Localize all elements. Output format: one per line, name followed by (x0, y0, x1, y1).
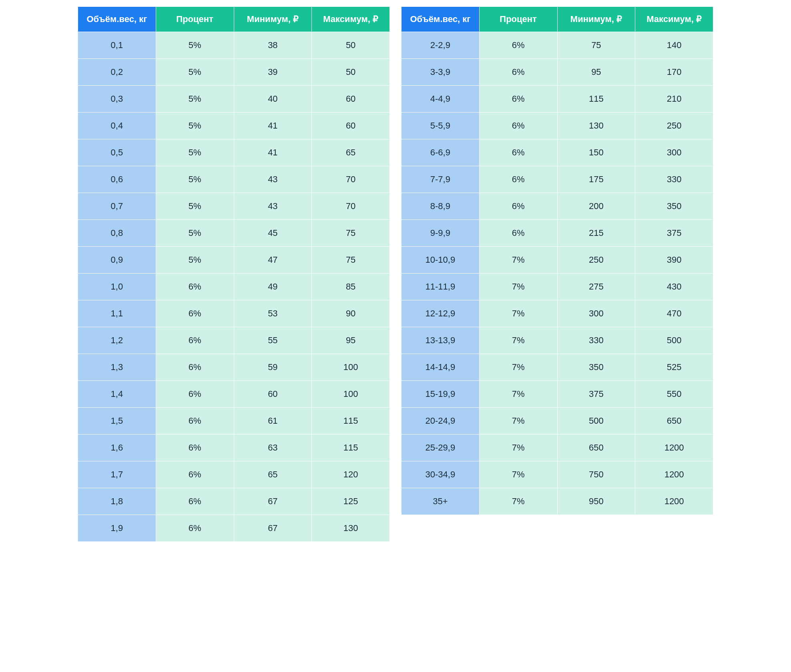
cell-min: 150 (557, 139, 635, 166)
cell-percent: 6% (156, 408, 234, 435)
table-row: 6-6,96%150300 (402, 139, 713, 166)
cell-weight: 9-9,9 (402, 220, 480, 247)
cell-max: 300 (635, 139, 713, 166)
table-row: 10-10,97%250390 (402, 247, 713, 274)
cell-weight: 20-24,9 (402, 408, 480, 435)
cell-weight: 0,8 (78, 220, 156, 247)
cell-max: 70 (312, 193, 390, 220)
cell-percent: 7% (479, 327, 557, 354)
cell-weight: 5-5,9 (402, 113, 480, 139)
cell-min: 40 (234, 86, 312, 113)
cell-weight: 1,6 (78, 435, 156, 461)
cell-max: 75 (312, 247, 390, 274)
cell-max: 70 (312, 166, 390, 193)
table-row: 0,65%4370 (78, 166, 390, 193)
cell-max: 525 (635, 354, 713, 381)
table-row: 12-12,97%300470 (402, 300, 713, 327)
cell-weight: 4-4,9 (402, 86, 480, 113)
cell-percent: 5% (156, 247, 234, 274)
cell-min: 65 (234, 461, 312, 488)
cell-percent: 6% (156, 461, 234, 488)
cell-weight: 30-34,9 (402, 461, 480, 488)
col-header-percent: Процент (479, 7, 557, 32)
cell-percent: 6% (479, 32, 557, 59)
cell-weight: 1,3 (78, 354, 156, 381)
cell-weight: 1,8 (78, 488, 156, 515)
table-row: 0,85%4575 (78, 220, 390, 247)
col-header-weight: Объём.вес, кг (402, 7, 480, 32)
cell-percent: 6% (156, 435, 234, 461)
table-row: 9-9,96%215375 (402, 220, 713, 247)
cell-percent: 7% (479, 354, 557, 381)
cell-min: 300 (557, 300, 635, 327)
cell-max: 115 (312, 408, 390, 435)
cell-min: 60 (234, 381, 312, 408)
cell-percent: 5% (156, 139, 234, 166)
cell-percent: 6% (479, 139, 557, 166)
table-header-row: Объём.вес, кг Процент Минимум, ₽ Максиму… (402, 7, 713, 32)
cell-percent: 5% (156, 59, 234, 86)
cell-max: 100 (312, 354, 390, 381)
cell-weight: 25-29,9 (402, 435, 480, 461)
cell-max: 60 (312, 86, 390, 113)
cell-min: 38 (234, 32, 312, 59)
table-row: 1,26%5595 (78, 327, 390, 354)
table-row: 13-13,97%330500 (402, 327, 713, 354)
table-row: 0,45%4160 (78, 113, 390, 139)
cell-max: 350 (635, 193, 713, 220)
cell-weight: 1,4 (78, 381, 156, 408)
cell-max: 125 (312, 488, 390, 515)
cell-max: 120 (312, 461, 390, 488)
cell-min: 375 (557, 381, 635, 408)
cell-max: 130 (312, 515, 390, 542)
cell-weight: 1,9 (78, 515, 156, 542)
tables-container: Объём.вес, кг Процент Минимум, ₽ Максиму… (6, 6, 785, 542)
table-row: 25-29,97%6501200 (402, 435, 713, 461)
cell-percent: 5% (156, 86, 234, 113)
cell-min: 950 (557, 488, 635, 515)
table-row: 0,55%4165 (78, 139, 390, 166)
cell-max: 1200 (635, 435, 713, 461)
table-row: 1,06%4985 (78, 274, 390, 300)
cell-min: 41 (234, 113, 312, 139)
table-row: 1,36%59100 (78, 354, 390, 381)
cell-percent: 6% (479, 86, 557, 113)
cell-min: 45 (234, 220, 312, 247)
cell-min: 67 (234, 488, 312, 515)
table-row: 1,66%63115 (78, 435, 390, 461)
cell-max: 210 (635, 86, 713, 113)
table-row: 1,86%67125 (78, 488, 390, 515)
cell-max: 95 (312, 327, 390, 354)
cell-percent: 6% (156, 300, 234, 327)
cell-max: 75 (312, 220, 390, 247)
cell-min: 330 (557, 327, 635, 354)
col-header-percent: Процент (156, 7, 234, 32)
cell-percent: 5% (156, 166, 234, 193)
col-header-min: Минимум, ₽ (557, 7, 635, 32)
table-row: 1,46%60100 (78, 381, 390, 408)
cell-min: 350 (557, 354, 635, 381)
cell-weight: 0,2 (78, 59, 156, 86)
cell-max: 90 (312, 300, 390, 327)
cell-min: 67 (234, 515, 312, 542)
table-row: 5-5,96%130250 (402, 113, 713, 139)
col-header-max: Максимум, ₽ (312, 7, 390, 32)
cell-percent: 6% (479, 166, 557, 193)
cell-min: 59 (234, 354, 312, 381)
table-row: 14-14,97%350525 (402, 354, 713, 381)
cell-min: 175 (557, 166, 635, 193)
cell-max: 1200 (635, 461, 713, 488)
cell-weight: 7-7,9 (402, 166, 480, 193)
cell-percent: 6% (156, 488, 234, 515)
cell-percent: 7% (479, 435, 557, 461)
cell-weight: 0,5 (78, 139, 156, 166)
cell-percent: 6% (479, 220, 557, 247)
cell-weight: 1,1 (78, 300, 156, 327)
cell-weight: 0,1 (78, 32, 156, 59)
col-header-weight: Объём.вес, кг (78, 7, 156, 32)
cell-min: 49 (234, 274, 312, 300)
cell-weight: 2-2,9 (402, 32, 480, 59)
cell-max: 375 (635, 220, 713, 247)
table-row: 0,75%4370 (78, 193, 390, 220)
cell-weight: 1,2 (78, 327, 156, 354)
